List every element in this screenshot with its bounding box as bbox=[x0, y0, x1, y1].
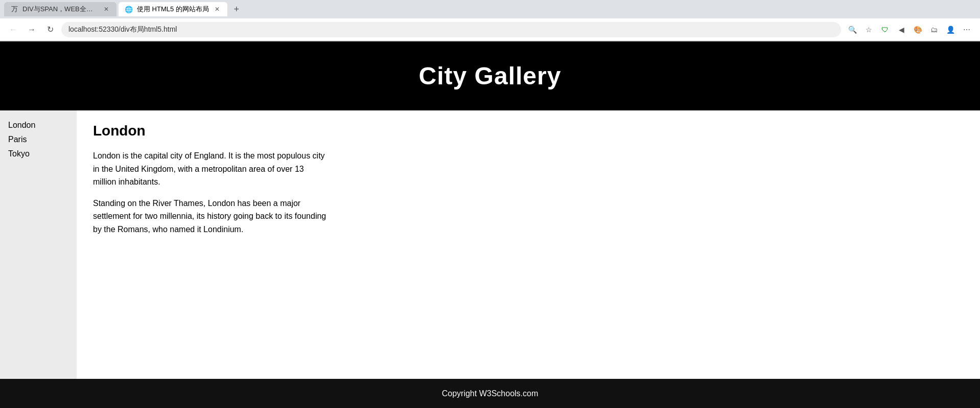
site-footer: Copyright W3Schools.com bbox=[0, 379, 980, 408]
site-title: City Gallery bbox=[10, 62, 970, 90]
profile-icon[interactable]: 👤 bbox=[943, 22, 958, 37]
color-icon[interactable]: 🎨 bbox=[911, 22, 925, 37]
footer-text: Copyright W3Schools.com bbox=[442, 389, 539, 398]
tab-2-title: 使用 HTML5 的网站布局 bbox=[137, 5, 209, 14]
menu-icon[interactable]: ⋯ bbox=[960, 22, 974, 37]
address-bar[interactable]: localhost:52330/div布局html5.html bbox=[61, 22, 841, 37]
sidebar: London Paris Tokyo bbox=[0, 110, 77, 379]
forward-button[interactable]: → bbox=[25, 22, 39, 37]
tab-1[interactable]: 万 DIV与SPAN，WEB全栈工程师零... ✕ bbox=[4, 2, 116, 16]
main-content: London London is the capital city of Eng… bbox=[77, 110, 980, 379]
city-heading: London bbox=[93, 123, 964, 139]
extension-icon[interactable]: ◀ bbox=[894, 22, 908, 37]
reload-button[interactable]: ↻ bbox=[43, 22, 57, 37]
bookmark-icon[interactable]: ☆ bbox=[861, 22, 876, 37]
nav-actions: 🔍 ☆ 🛡 ◀ 🎨 🗂 👤 ⋯ bbox=[845, 22, 974, 37]
page-content: City Gallery London Paris Tokyo London L… bbox=[0, 41, 980, 408]
sidebar-item-london[interactable]: London bbox=[8, 121, 68, 130]
city-paragraph-2: Standing on the River Thames, London has… bbox=[93, 197, 328, 236]
tab-2-favicon: 🌐 bbox=[125, 5, 133, 13]
site-body: London Paris Tokyo London London is the … bbox=[0, 110, 980, 379]
tab-2[interactable]: 🌐 使用 HTML5 的网站布局 ✕ bbox=[119, 2, 227, 16]
browser-chrome: 万 DIV与SPAN，WEB全栈工程师零... ✕ 🌐 使用 HTML5 的网站… bbox=[0, 0, 980, 41]
sidebar-item-tokyo[interactable]: Tokyo bbox=[8, 149, 68, 158]
shield-icon[interactable]: 🛡 bbox=[878, 22, 892, 37]
tab-1-favicon: 万 bbox=[10, 5, 18, 13]
city-paragraph-1: London is the capital city of England. I… bbox=[93, 149, 328, 189]
site-header: City Gallery bbox=[0, 41, 980, 110]
tab-2-close[interactable]: ✕ bbox=[213, 5, 221, 13]
tab-1-title: DIV与SPAN，WEB全栈工程师零... bbox=[22, 5, 98, 14]
address-text: localhost:52330/div布局html5.html bbox=[68, 25, 177, 34]
tab-1-close[interactable]: ✕ bbox=[102, 5, 110, 13]
new-tab-button[interactable]: + bbox=[229, 2, 244, 16]
zoom-icon[interactable]: 🔍 bbox=[845, 22, 859, 37]
sidebar-nav: London Paris Tokyo bbox=[8, 121, 68, 158]
sidebar-item-paris[interactable]: Paris bbox=[8, 135, 68, 144]
nav-bar: ← → ↻ localhost:52330/div布局html5.html 🔍 … bbox=[0, 18, 980, 41]
tab-bar: 万 DIV与SPAN，WEB全栈工程师零... ✕ 🌐 使用 HTML5 的网站… bbox=[0, 0, 980, 18]
wallet-icon[interactable]: 🗂 bbox=[927, 22, 941, 37]
back-button[interactable]: ← bbox=[6, 22, 20, 37]
